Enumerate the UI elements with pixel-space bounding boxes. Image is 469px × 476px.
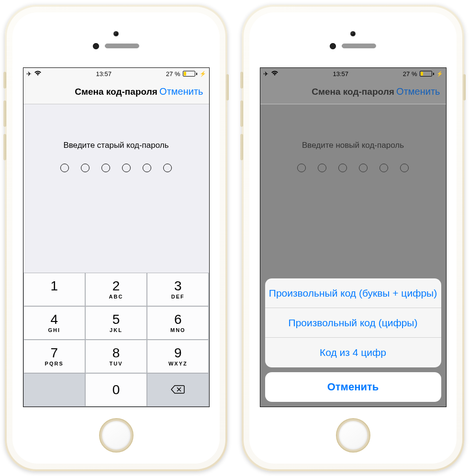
iphone-device-left: ✈ 13:57 27 % ⚡ (5, 5, 227, 471)
volume-up-button (3, 100, 6, 127)
passcode-dots (60, 164, 172, 172)
action-sheet: Произвольный код (буквы + цифры) Произво… (265, 278, 441, 402)
nav-cancel-button[interactable]: Отменить (396, 86, 440, 97)
option-numeric-code[interactable]: Произвольный код (цифры) (265, 308, 441, 338)
passcode-dot (338, 164, 347, 172)
action-sheet-cancel-button[interactable]: Отменить (265, 372, 441, 402)
key-5[interactable]: 5JKL (85, 306, 147, 340)
screen-left: ✈ 13:57 27 % ⚡ (23, 67, 210, 407)
key-9[interactable]: 9WXYZ (147, 340, 209, 373)
passcode-dot (359, 164, 368, 172)
mute-switch (240, 72, 243, 89)
battery-percent: 27 % (166, 70, 180, 77)
key-3[interactable]: 3DEF (147, 273, 209, 306)
action-sheet-options: Произвольный код (буквы + цифры) Произво… (265, 278, 441, 367)
iphone-device-right: ✈ 13:57 27 % ⚡ (242, 5, 464, 471)
airplane-mode-icon: ✈ (26, 70, 32, 77)
home-button-area (12, 407, 220, 464)
key-blank (23, 373, 85, 407)
key-6[interactable]: 6MNO (147, 306, 209, 340)
passcode-dot (101, 164, 110, 172)
passcode-dot (81, 164, 89, 172)
passcode-body: Введите старый код-пароль 1 2ABC (23, 104, 209, 407)
option-alphanumeric-code[interactable]: Произвольный код (буквы + цифры) (265, 278, 441, 308)
nav-title: Смена код-пароля (75, 87, 157, 97)
airplane-mode-icon: ✈ (263, 70, 268, 77)
device-top-bezel (249, 12, 457, 67)
status-bar: ✈ 13:57 27 % ⚡ (260, 68, 446, 79)
status-bar: ✈ 13:57 27 % ⚡ (23, 68, 209, 79)
nav-bar: Смена код-пароля Отменить (260, 79, 446, 104)
key-7[interactable]: 7PQRS (23, 340, 85, 373)
charging-icon: ⚡ (200, 71, 206, 77)
passcode-dot (297, 164, 306, 172)
volume-down-button (240, 134, 243, 160)
passcode-dot (380, 164, 388, 172)
earpiece-speaker (105, 44, 139, 48)
nav-cancel-button[interactable]: Отменить (159, 86, 203, 97)
passcode-prompt: Введите старый код-пароль (63, 141, 168, 150)
backspace-icon (171, 383, 185, 398)
passcode-dot (143, 164, 151, 172)
front-camera (350, 31, 356, 36)
key-4[interactable]: 4GHI (23, 306, 85, 340)
numeric-keypad: 1 2ABC 3DEF 4GHI 5JKL 6MNO 7PQRS 8TUV (23, 273, 209, 407)
device-top-bezel (12, 12, 220, 67)
nav-bar: Смена код-пароля Отменить (23, 79, 209, 104)
key-2[interactable]: 2ABC (85, 273, 147, 306)
key-backspace[interactable] (147, 373, 209, 407)
status-time: 13:57 (333, 70, 348, 77)
option-4digit-code[interactable]: Код из 4 цифр (265, 338, 441, 367)
home-button[interactable] (99, 418, 134, 453)
passcode-prompt: Введите новый код-пароль (302, 141, 404, 150)
home-button-area (249, 407, 457, 464)
key-8[interactable]: 8TUV (85, 340, 147, 373)
battery-percent: 27 % (403, 70, 417, 77)
passcode-dot (400, 164, 409, 172)
wifi-icon (34, 70, 42, 77)
earpiece-speaker (342, 44, 376, 48)
passcode-dot (318, 164, 326, 172)
screen-right: ✈ 13:57 27 % ⚡ (260, 67, 447, 407)
passcode-dot (163, 164, 172, 172)
key-1[interactable]: 1 (23, 273, 85, 306)
volume-up-button (240, 100, 243, 127)
status-time: 13:57 (96, 70, 112, 77)
nav-title: Смена код-пароля (312, 87, 394, 97)
home-button[interactable] (336, 418, 370, 453)
passcode-dot (122, 164, 131, 172)
power-button (463, 74, 466, 100)
key-0[interactable]: 0 (85, 373, 147, 407)
front-camera (113, 31, 119, 36)
passcode-dot (60, 164, 69, 172)
proximity-sensor (330, 43, 336, 49)
passcode-dots (297, 164, 409, 172)
power-button (226, 74, 229, 100)
charging-icon: ⚡ (436, 71, 443, 77)
mute-switch (3, 72, 6, 89)
wifi-icon (271, 70, 279, 77)
proximity-sensor (93, 43, 99, 49)
passcode-body: Введите новый код-пароль Произвольный ко… (260, 104, 446, 407)
battery-icon (183, 71, 197, 77)
battery-icon (420, 71, 434, 77)
volume-down-button (3, 134, 6, 160)
